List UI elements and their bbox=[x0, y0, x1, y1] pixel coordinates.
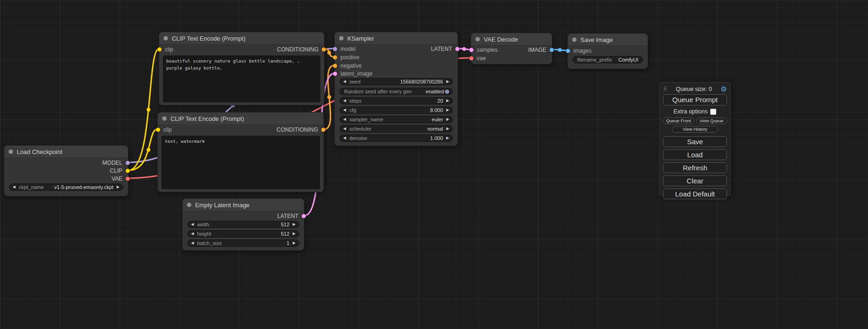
node-header[interactable]: Load Checkpoint bbox=[4, 146, 128, 158]
widget-scheduler[interactable]: ◀ scheduler normal ▶ bbox=[339, 125, 453, 133]
queue-prompt-button[interactable]: Queue Prompt bbox=[663, 94, 727, 105]
input-slot-positive[interactable]: positive bbox=[335, 54, 458, 61]
node-clip-text-encode-negative[interactable]: CLIP Text Encode (Prompt) clip CONDITION… bbox=[157, 112, 324, 192]
decrement-arrow-icon[interactable]: ◀ bbox=[343, 136, 346, 140]
slot-dot-image[interactable] bbox=[566, 49, 570, 53]
link-midpoint-dot-clip2[interactable] bbox=[147, 148, 150, 152]
increment-arrow-icon[interactable]: ▶ bbox=[293, 241, 296, 245]
collapse-dot-icon[interactable] bbox=[163, 36, 168, 41]
node-graph-canvas[interactable]: CLIP Text Encode (Prompt) clip CONDITION… bbox=[0, 0, 868, 329]
widget-seed[interactable]: ◀ seed 156680208700286 ▶ bbox=[339, 78, 453, 85]
output-slot-clip[interactable]: CLIP bbox=[4, 167, 128, 175]
link-midpoint-dot-latent2[interactable] bbox=[462, 47, 466, 51]
widget-width[interactable]: ◀ width 512 ▶ bbox=[187, 221, 299, 228]
slot-dot-conditioning[interactable] bbox=[333, 56, 337, 60]
output-slot-conditioning[interactable]: CONDITIONING bbox=[158, 126, 324, 133]
widget-steps[interactable]: ◀ steps 20 ▶ bbox=[339, 97, 453, 105]
node-ksampler[interactable]: KSampler model positive negative latent_… bbox=[334, 32, 458, 146]
extra-options-checkbox[interactable] bbox=[710, 109, 716, 115]
decrement-arrow-icon[interactable]: ◀ bbox=[191, 232, 194, 236]
increment-arrow-icon[interactable]: ▶ bbox=[117, 185, 120, 189]
node-header[interactable]: CLIP Text Encode (Prompt) bbox=[158, 112, 324, 125]
slot-dot-conditioning[interactable] bbox=[321, 128, 325, 132]
collapse-dot-icon[interactable] bbox=[187, 203, 191, 207]
widget-height[interactable]: ◀ height 512 ▶ bbox=[187, 230, 299, 238]
settings-gear-icon[interactable]: ⚙ bbox=[721, 85, 727, 92]
widget-ckpt-name[interactable]: ◀ ckpt_name v1-5-pruned-emaonly.ckpt ▶ bbox=[9, 183, 123, 191]
decrement-arrow-icon[interactable]: ◀ bbox=[191, 241, 194, 245]
increment-arrow-icon[interactable]: ▶ bbox=[446, 108, 449, 112]
decrement-arrow-icon[interactable]: ◀ bbox=[343, 108, 346, 112]
node-load-checkpoint[interactable]: Load Checkpoint MODEL CLIP VAE ◀ ckpt_na… bbox=[4, 145, 128, 196]
slot-dot-conditioning[interactable] bbox=[322, 48, 326, 52]
slot-dot-vae[interactable] bbox=[469, 56, 473, 61]
refresh-button[interactable]: Refresh bbox=[663, 162, 727, 173]
node-header[interactable]: VAE Decode bbox=[471, 33, 552, 46]
node-vae-decode[interactable]: VAE Decode samples vae IMAGE bbox=[471, 33, 552, 64]
slot-dot-latent[interactable] bbox=[455, 47, 459, 51]
toggle-dot[interactable] bbox=[445, 90, 449, 94]
output-slot-latent[interactable]: LATENT bbox=[183, 212, 304, 220]
increment-arrow-icon[interactable]: ▶ bbox=[446, 99, 449, 103]
decrement-arrow-icon[interactable]: ◀ bbox=[343, 118, 346, 121]
slot-dot-latent[interactable] bbox=[333, 72, 337, 76]
link-midpoint-dot-cond2[interactable] bbox=[327, 95, 331, 99]
input-slot-latent-image[interactable]: latent_image bbox=[335, 70, 458, 77]
widget-filename-prefix[interactable]: filename_prefix ComfyUI bbox=[572, 56, 643, 63]
node-header[interactable]: KSampler bbox=[335, 32, 458, 45]
load-button[interactable]: Load bbox=[663, 149, 727, 160]
slot-dot-clip[interactable] bbox=[126, 169, 130, 173]
node-empty-latent-image[interactable]: Empty Latent Image LATENT ◀ width 512 ▶ … bbox=[182, 198, 304, 251]
load-default-button[interactable]: Load Default bbox=[663, 189, 727, 199]
link-midpoint-dot-cond1[interactable] bbox=[327, 51, 331, 55]
widget-batch-size[interactable]: ◀ batch_size 1 ▶ bbox=[187, 239, 299, 247]
widget-cfg[interactable]: ◀ cfg 8.000 ▶ bbox=[339, 106, 453, 114]
decrement-arrow-icon[interactable]: ◀ bbox=[343, 80, 346, 84]
node-clip-text-encode-positive[interactable]: CLIP Text Encode (Prompt) clip CONDITION… bbox=[159, 32, 325, 105]
increment-arrow-icon[interactable]: ▶ bbox=[446, 80, 449, 84]
queue-front-button[interactable]: Queue Front bbox=[663, 118, 694, 124]
increment-arrow-icon[interactable]: ▶ bbox=[446, 118, 449, 121]
view-history-button[interactable]: View History bbox=[672, 126, 718, 133]
slot-dot-conditioning[interactable] bbox=[333, 64, 337, 68]
node-header[interactable]: Save Image bbox=[568, 34, 648, 46]
slot-dot-latent[interactable] bbox=[302, 214, 306, 218]
clear-button[interactable]: Clear bbox=[663, 175, 727, 186]
collapse-dot-icon[interactable] bbox=[339, 36, 344, 41]
decrement-arrow-icon[interactable]: ◀ bbox=[343, 99, 346, 103]
link-midpoint-dot-clip1[interactable] bbox=[147, 108, 150, 112]
slot-dot-model[interactable] bbox=[126, 161, 130, 165]
output-slot-model[interactable]: MODEL bbox=[4, 159, 128, 167]
slot-dot-vae[interactable] bbox=[126, 177, 130, 181]
collapse-dot-icon[interactable] bbox=[572, 37, 577, 42]
widget-sampler-name[interactable]: ◀ sampler_name euler ▶ bbox=[339, 116, 453, 123]
output-slot-latent[interactable]: LATENT bbox=[335, 45, 458, 53]
increment-arrow-icon[interactable]: ▶ bbox=[293, 223, 296, 226]
input-slot-images[interactable]: images bbox=[568, 47, 648, 55]
increment-arrow-icon[interactable]: ▶ bbox=[293, 232, 296, 236]
node-header[interactable]: CLIP Text Encode (Prompt) bbox=[159, 32, 324, 45]
node-header[interactable]: Empty Latent Image bbox=[183, 199, 304, 211]
widget-denoise[interactable]: ◀ denoise 1.000 ▶ bbox=[339, 134, 453, 142]
widget-random-seed[interactable]: Random seed after every gen enabled bbox=[339, 88, 453, 95]
output-slot-image[interactable]: IMAGE bbox=[471, 46, 552, 54]
decrement-arrow-icon[interactable]: ◀ bbox=[191, 223, 194, 226]
view-queue-button[interactable]: View Queue bbox=[696, 118, 727, 124]
collapse-dot-icon[interactable] bbox=[162, 116, 167, 121]
link-clip-to-positive[interactable] bbox=[128, 49, 159, 170]
output-slot-conditioning[interactable]: CONDITIONING bbox=[159, 46, 324, 53]
output-slot-vae[interactable]: VAE bbox=[4, 175, 128, 182]
decrement-arrow-icon[interactable]: ◀ bbox=[343, 127, 346, 131]
link-midpoint-dot-image[interactable] bbox=[558, 48, 562, 52]
save-button[interactable]: Save bbox=[663, 136, 727, 147]
prompt-textarea[interactable]: text, watermark bbox=[162, 136, 320, 189]
input-slot-negative[interactable]: negative bbox=[335, 62, 458, 70]
collapse-dot-icon[interactable] bbox=[475, 37, 480, 42]
collapse-dot-icon[interactable] bbox=[8, 149, 13, 154]
increment-arrow-icon[interactable]: ▶ bbox=[446, 127, 449, 131]
input-slot-vae[interactable]: vae bbox=[471, 55, 552, 62]
drag-handle-icon[interactable]: ⠿ bbox=[663, 86, 667, 92]
slot-dot-image[interactable] bbox=[550, 48, 554, 52]
node-save-image[interactable]: Save Image images filename_prefix ComfyU… bbox=[567, 33, 648, 69]
prompt-textarea[interactable]: beautiful scenery nature glass bottle la… bbox=[163, 56, 320, 102]
